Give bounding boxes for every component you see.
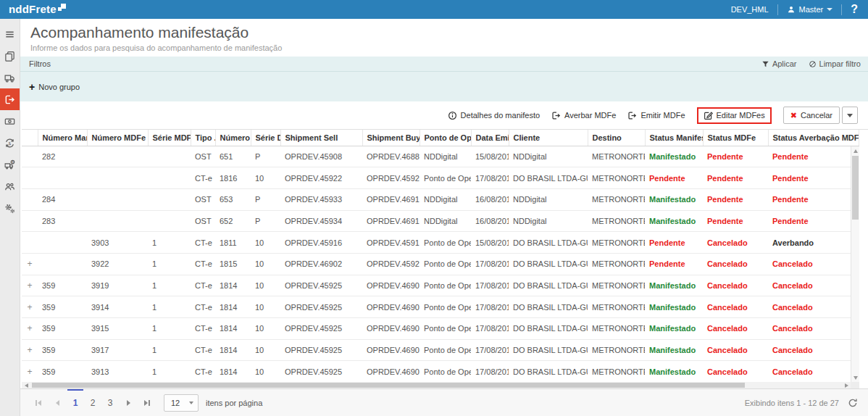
cell-tipo: CT-e — [191, 275, 215, 296]
refresh-button[interactable] — [848, 398, 858, 408]
cell-serie_doc: 10 — [251, 318, 280, 340]
emitir-mdfe-button[interactable]: Emitir MDFe — [627, 111, 685, 120]
help-button[interactable]: ? — [851, 3, 858, 16]
row-expand-button[interactable]: + — [22, 361, 38, 383]
cell-mdfe: 3919 — [87, 275, 148, 296]
averbar-mdfe-button[interactable]: Averbar MDFe — [551, 111, 616, 120]
scroll-down-arrow-icon[interactable] — [851, 373, 860, 382]
environment-label: DEV_HML — [731, 5, 769, 14]
column-header[interactable]: Shipment Sell — [280, 130, 362, 146]
column-header[interactable]: Cliente — [509, 130, 588, 146]
cell-shipment_buy: OPRDEV.46903 — [362, 339, 420, 361]
table-row[interactable]: +35939171CT-e181410OPRDEV.45925OPRDEV.46… — [22, 339, 859, 361]
cell-shipment_sell: OPRDEV.45925 — [280, 296, 362, 318]
next-page-button[interactable] — [119, 389, 138, 416]
apply-filter-button[interactable]: Aplicar — [761, 59, 797, 68]
page-subtitle: Informe os dados para pesquisa do acompa… — [30, 43, 868, 52]
cell-status_averbacao: Cancelado — [768, 318, 859, 340]
table-row[interactable]: 283OST652POPRDEV.45934OPRDEV.46914NDDigi… — [22, 210, 859, 232]
column-header[interactable]: Status MDFe — [703, 130, 768, 146]
cell-status_averbacao: Averbando — [768, 232, 859, 254]
row-expand-button[interactable]: + — [22, 253, 38, 275]
page-size-label: itens por página — [206, 399, 262, 407]
column-header[interactable]: Data Emissã... — [471, 130, 509, 146]
sidebar-menu-toggle[interactable] — [0, 23, 20, 45]
sidebar-item-freight[interactable]: $ — [0, 154, 20, 175]
row-expand-button[interactable]: + — [22, 318, 38, 340]
column-header[interactable]: Destino — [588, 130, 645, 146]
page-button-2[interactable]: 2 — [84, 389, 101, 416]
table-row[interactable]: +35939151CT-e181410OPRDEV.45925OPRDEV.46… — [22, 318, 859, 340]
topbar-divider — [777, 4, 778, 15]
sidebar-item-manifestacao[interactable] — [0, 88, 20, 110]
cancelar-button[interactable]: ✖ Cancelar — [783, 107, 840, 124]
column-header[interactable]: Série D... — [251, 130, 280, 146]
cell-serie_doc: 10 — [251, 167, 280, 189]
table-row[interactable]: +35939131CT-e181410OPRDEV.45925OPRDEV.46… — [22, 361, 859, 383]
table-row[interactable]: 39031CT-e181110OPRDEV.45916OPRDEV.45914P… — [22, 232, 859, 254]
cell-status_mdfe: Cancelado — [703, 318, 768, 340]
column-header[interactable]: Tipo ... — [191, 130, 215, 146]
table-row[interactable]: 284OST653POPRDEV.45933OPRDEV.46912NDDigi… — [22, 188, 859, 210]
cell-numero: 1815 — [215, 253, 251, 275]
column-header[interactable]: Número Mani... — [38, 130, 87, 146]
column-header[interactable]: Série MDFe — [148, 130, 191, 146]
row-expand-button[interactable]: + — [22, 296, 38, 318]
user-menu[interactable]: Master — [787, 5, 833, 14]
scroll-right-arrow-icon[interactable] — [842, 382, 851, 388]
sidebar-item-billing[interactable] — [0, 110, 20, 132]
table-row[interactable]: +35939141CT-e181410OPRDEV.45925OPRDEV.46… — [22, 296, 859, 318]
column-header[interactable]: Status Manifesto — [645, 130, 703, 146]
vertical-scrollbar-thumb[interactable] — [852, 156, 859, 220]
plus-icon: + — [29, 83, 35, 91]
manifest-details-button[interactable]: Detalhes do manifesto — [448, 111, 540, 120]
column-header[interactable]: Status Averbação MDFe↑ — [768, 130, 859, 146]
pagination-summary: Exibindo itens 1 - 12 de 27 — [745, 399, 839, 407]
table-row[interactable]: CT-e181610OPRDEV.45922OPRDEV.45920Ponto … — [22, 167, 859, 189]
cell-status_manifesto: Pendente — [645, 167, 703, 189]
horizontal-scrollbar-thumb[interactable] — [32, 383, 745, 388]
row-expand-button[interactable]: + — [22, 275, 38, 296]
clear-circle-icon — [809, 60, 817, 68]
cell-status_mdfe: Pendente — [703, 210, 768, 232]
page-button-1[interactable]: 1 — [67, 389, 84, 416]
cell-serie_mdfe: 1 — [148, 318, 191, 340]
sidebar-item-transport[interactable] — [0, 67, 20, 88]
cell-mdfe: 3917 — [87, 339, 148, 361]
user-icon — [787, 5, 796, 14]
app-logo[interactable]: nddFrete — [0, 1, 66, 17]
cell-shipment_buy: OPRDEV.46914 — [362, 210, 420, 232]
page-size-select[interactable]: 12 — [164, 394, 199, 412]
cell-mani: 359 — [38, 361, 87, 383]
cell-status_averbacao: Cancelado — [768, 296, 859, 318]
column-header[interactable]: Número ... — [215, 130, 251, 146]
previous-page-button[interactable] — [48, 389, 67, 416]
last-page-button[interactable] — [138, 389, 157, 416]
table-row[interactable]: +35939191CT-e181410OPRDEV.45925OPRDEV.46… — [22, 275, 859, 296]
sidebar-item-settings[interactable] — [0, 197, 20, 219]
vertical-scrollbar[interactable] — [851, 146, 859, 382]
page-button-3[interactable]: 3 — [101, 389, 119, 416]
column-header[interactable]: Número MDFe — [87, 130, 148, 146]
first-page-button[interactable] — [29, 389, 48, 416]
scroll-up-arrow-icon[interactable] — [851, 146, 860, 155]
table-row[interactable]: 282OST651POPRDEV.45908OPRDEV.46884NDDigi… — [22, 146, 859, 167]
column-header[interactable]: Shipment Buy — [362, 130, 420, 146]
cell-data_emissao: 16/08/2018 1... — [471, 188, 509, 210]
cell-data_emissao: 17/08/2018 1... — [471, 275, 509, 296]
editar-mdfes-button[interactable]: Editar MDFes — [704, 111, 765, 120]
horizontal-scrollbar[interactable] — [22, 382, 851, 388]
row-expand-button[interactable]: + — [22, 339, 38, 361]
table-row[interactable]: +39221CT-e181510OPRDEV.46902OPRDEV.45923… — [22, 253, 859, 275]
sidebar-item-financial-cycle[interactable]: $ — [0, 132, 20, 154]
cell-mani — [38, 167, 87, 189]
scroll-left-arrow-icon[interactable] — [22, 382, 30, 388]
clear-filter-button[interactable]: Limpar filtro — [809, 59, 861, 68]
column-header[interactable]: Ponto de Operação — [420, 130, 471, 146]
grid-body: 282OST651POPRDEV.45908OPRDEV.46884NDDigi… — [22, 146, 859, 383]
new-group-button[interactable]: + Novo grupo — [29, 83, 80, 91]
sidebar-item-users[interactable] — [0, 175, 20, 197]
cell-serie_doc: 10 — [251, 275, 280, 296]
cancelar-dropdown-button[interactable] — [842, 107, 858, 124]
sidebar-item-documents[interactable] — [0, 45, 20, 67]
